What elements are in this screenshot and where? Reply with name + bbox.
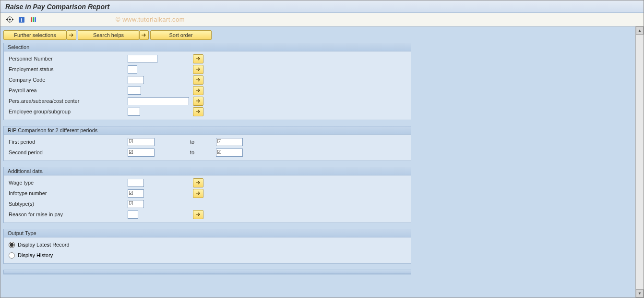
display-history-radio[interactable] xyxy=(9,252,15,259)
page-title: Raise in Pay Comparison Report xyxy=(5,3,109,11)
first-period-from-input[interactable] xyxy=(128,138,155,146)
further-selections-label: Further selections xyxy=(14,32,56,38)
selection-header: Selection xyxy=(4,43,411,51)
search-helps-button[interactable]: Search helps xyxy=(78,30,139,40)
pers-area-label: Pers.area/subarea/cost center xyxy=(8,98,128,104)
additional-data-group: Additional data Wage type Infotype numbe… xyxy=(3,167,411,223)
subtypes-label: Subtype(s) xyxy=(8,201,128,207)
payroll-area-label: Payroll area xyxy=(8,87,128,93)
scroll-down-button[interactable]: ▼ xyxy=(636,289,644,298)
employment-status-input[interactable] xyxy=(128,65,137,74)
output-type-group: Output Type Display Latest Record Displa… xyxy=(3,229,411,264)
wage-type-multiselect[interactable] xyxy=(193,178,203,187)
sort-order-arrow-button[interactable] xyxy=(139,30,149,40)
reason-label: Reason for raise in pay xyxy=(8,211,128,217)
search-helps-label: Search helps xyxy=(93,32,124,38)
svg-rect-10 xyxy=(35,17,36,22)
sort-order-label: Sort order xyxy=(169,32,193,38)
partial-group xyxy=(3,270,411,274)
pers-area-input[interactable] xyxy=(128,97,189,105)
svg-text:i: i xyxy=(21,17,23,23)
rip-comparison-header: RIP Comparison for 2 different periods xyxy=(4,126,411,135)
second-period-label: Second period xyxy=(8,149,128,155)
svg-rect-8 xyxy=(31,17,32,22)
second-period-from-input[interactable] xyxy=(128,149,155,157)
partial-group-header xyxy=(4,270,411,274)
additional-data-header: Additional data xyxy=(4,167,411,175)
personnel-number-input[interactable] xyxy=(128,55,157,63)
svg-point-1 xyxy=(9,19,11,21)
payroll-area-input[interactable] xyxy=(128,87,141,95)
vertical-scrollbar[interactable]: ▲ ▼ xyxy=(635,26,644,298)
company-code-label: Company Code xyxy=(8,77,128,83)
display-history-label: Display History xyxy=(18,252,53,258)
subtypes-input[interactable] xyxy=(128,200,144,208)
employee-group-input[interactable] xyxy=(128,108,140,116)
sort-order-button[interactable]: Sort order xyxy=(150,30,212,40)
action-button-row: Further selections Search helps Sort ord… xyxy=(3,30,631,40)
pers-area-multiselect[interactable] xyxy=(193,97,203,106)
employment-status-multiselect[interactable] xyxy=(193,65,203,74)
scroll-up-button[interactable]: ▲ xyxy=(636,26,644,35)
first-period-label: First period xyxy=(8,139,128,145)
personnel-number-label: Personnel Number xyxy=(8,56,128,62)
infotype-number-multiselect[interactable] xyxy=(193,189,203,198)
svg-rect-9 xyxy=(33,17,34,22)
second-period-to-label: to xyxy=(190,149,216,155)
search-helps-arrow-button[interactable] xyxy=(67,30,76,40)
info-icon[interactable]: i xyxy=(17,15,26,24)
watermark: © www.tutorialkart.com xyxy=(116,16,185,23)
title-bar: Raise in Pay Comparison Report xyxy=(0,0,644,13)
employee-group-label: Employee group/subgroup xyxy=(8,109,128,114)
reason-input[interactable] xyxy=(128,211,138,219)
further-selections-button[interactable]: Further selections xyxy=(3,30,67,40)
columns-icon[interactable] xyxy=(29,15,38,24)
display-latest-label: Display Latest Record xyxy=(18,242,70,248)
employment-status-label: Employment status xyxy=(8,66,128,72)
wage-type-label: Wage type xyxy=(8,180,128,186)
infotype-number-input[interactable] xyxy=(128,189,144,198)
output-type-header: Output Type xyxy=(4,229,411,237)
company-code-input[interactable] xyxy=(128,76,144,84)
rip-comparison-group: RIP Comparison for 2 different periods F… xyxy=(3,126,411,161)
payroll-area-multiselect[interactable] xyxy=(193,86,203,95)
company-code-multiselect[interactable] xyxy=(193,75,203,85)
toolbar: i © www.tutorialkart.com xyxy=(0,13,644,26)
first-period-to-input[interactable] xyxy=(216,138,243,146)
employee-group-multiselect[interactable] xyxy=(193,107,203,116)
content-area: Further selections Search helps Sort ord… xyxy=(0,26,635,298)
execute-icon[interactable] xyxy=(5,15,14,24)
reason-multiselect[interactable] xyxy=(193,210,203,219)
personnel-number-multiselect[interactable] xyxy=(193,54,203,63)
infotype-number-label: Infotype number xyxy=(8,190,128,196)
display-latest-radio[interactable] xyxy=(9,242,15,248)
selection-group: Selection Personnel Number Employment st… xyxy=(3,43,411,120)
second-period-to-input[interactable] xyxy=(216,149,243,157)
wage-type-input[interactable] xyxy=(128,179,144,187)
first-period-to-label: to xyxy=(190,139,216,145)
